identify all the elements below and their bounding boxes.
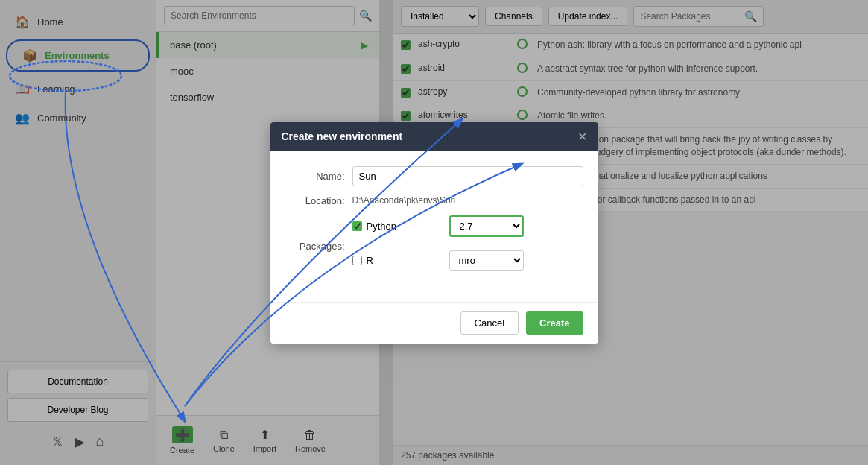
name-label: Name: bbox=[285, 171, 345, 182]
r-version-select[interactable]: mro 3.5 3.6 bbox=[449, 250, 524, 271]
python-version-select[interactable]: 2.7 3.6 3.7 3.8 3.9 bbox=[449, 215, 524, 237]
name-row: Name: bbox=[285, 166, 583, 186]
packages-header-row: Packages: Python 2.7 3.6 3.7 3.8 3.9 bbox=[285, 215, 583, 278]
location-label: Location: bbox=[285, 195, 345, 206]
r-checkbox[interactable] bbox=[352, 256, 362, 265]
python-checkbox-wrap: Python bbox=[352, 221, 442, 232]
modal-close-button[interactable]: ✕ bbox=[577, 130, 587, 144]
create-button[interactable]: Create bbox=[526, 311, 583, 335]
name-input[interactable] bbox=[352, 166, 583, 186]
r-package-row: R mro 3.5 3.6 bbox=[352, 250, 524, 271]
python-package-row: Python 2.7 3.6 3.7 3.8 3.9 bbox=[352, 215, 524, 237]
cancel-button[interactable]: Cancel bbox=[460, 311, 519, 335]
modal-body: Name: Location: D:\Anaconda\pk\envs\Sun … bbox=[270, 151, 598, 302]
r-label: R bbox=[367, 255, 373, 266]
modal-header: Create new environment ✕ bbox=[270, 122, 598, 151]
modal-title: Create new environment bbox=[282, 130, 403, 142]
location-row: Location: D:\Anaconda\pk\envs\Sun bbox=[285, 195, 583, 206]
modal-footer: Cancel Create bbox=[270, 302, 598, 344]
create-environment-modal: Create new environment ✕ Name: Location:… bbox=[270, 122, 598, 344]
packages-label: Packages: bbox=[285, 241, 345, 252]
python-checkbox[interactable] bbox=[352, 221, 362, 231]
python-label: Python bbox=[367, 221, 396, 232]
r-checkbox-wrap: R bbox=[352, 255, 442, 266]
packages-options: Python 2.7 3.6 3.7 3.8 3.9 bbox=[352, 215, 524, 278]
location-value: D:\Anaconda\pk\envs\Sun bbox=[352, 195, 456, 206]
modal-overlay: Create new environment ✕ Name: Location:… bbox=[0, 0, 868, 465]
